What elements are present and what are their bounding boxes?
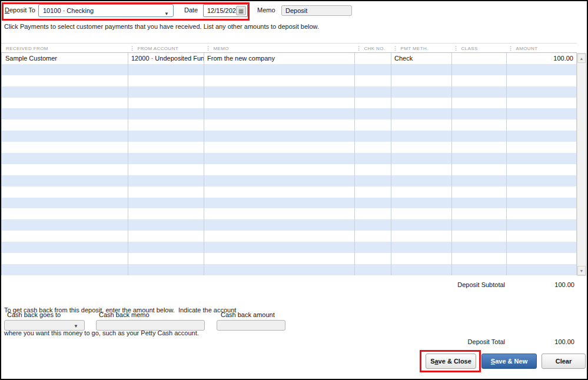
save-and-new-button[interactable]: Save & New — [481, 354, 537, 369]
date-input[interactable]: 12/15/2024 ▦ — [203, 4, 248, 17]
table-row[interactable] — [1, 98, 577, 109]
cell-chk_no[interactable] — [355, 64, 391, 75]
cell-received_from[interactable] — [1, 264, 128, 275]
cell-from_account[interactable] — [128, 142, 204, 153]
cell-chk_no[interactable] — [355, 231, 391, 242]
cell-received_from[interactable] — [1, 142, 128, 153]
cell-amount[interactable] — [507, 98, 577, 109]
cell-memo[interactable] — [204, 86, 355, 98]
cell-pmt_meth[interactable] — [391, 219, 452, 231]
cell-from_account[interactable] — [128, 219, 204, 231]
cell-memo[interactable] — [204, 198, 355, 209]
cash-back-amount-input[interactable] — [217, 320, 285, 331]
cell-received_from[interactable] — [1, 198, 128, 209]
cell-class[interactable] — [452, 75, 507, 86]
cell-amount[interactable] — [507, 242, 577, 253]
cell-received_from[interactable] — [1, 219, 128, 231]
cash-back-goes-to-dropdown[interactable]: ▼ — [4, 320, 85, 331]
cell-chk_no[interactable] — [355, 153, 391, 164]
cell-from_account[interactable] — [128, 108, 204, 119]
cell-amount[interactable] — [507, 153, 577, 164]
cell-memo[interactable] — [204, 231, 355, 242]
cell-received_from[interactable]: Sample Customer — [1, 53, 128, 64]
cell-received_from[interactable] — [1, 231, 128, 242]
cell-from_account[interactable] — [128, 86, 204, 98]
cell-class[interactable] — [452, 119, 507, 131]
cell-amount[interactable] — [507, 108, 577, 119]
table-row[interactable]: Sample Customer12000 · Undeposited Fun..… — [1, 53, 577, 64]
cell-memo[interactable] — [204, 164, 355, 175]
cell-amount[interactable]: 100.00 — [507, 53, 577, 64]
cell-received_from[interactable] — [1, 208, 128, 219]
cell-received_from[interactable] — [1, 131, 128, 142]
table-row[interactable] — [1, 119, 577, 131]
cell-chk_no[interactable] — [355, 53, 391, 64]
table-row[interactable] — [1, 219, 577, 231]
column-header-from-account[interactable]: ⋮FROM ACCOUNT — [128, 44, 204, 52]
cell-amount[interactable] — [507, 231, 577, 242]
cell-amount[interactable] — [507, 164, 577, 175]
cell-from_account[interactable] — [128, 231, 204, 242]
table-row[interactable] — [1, 175, 577, 186]
cell-pmt_meth[interactable] — [391, 86, 452, 98]
cell-class[interactable] — [452, 64, 507, 75]
cell-chk_no[interactable] — [355, 242, 391, 253]
cell-pmt_meth[interactable] — [391, 186, 452, 198]
table-row[interactable] — [1, 208, 577, 219]
table-row[interactable] — [1, 108, 577, 119]
cell-pmt_meth[interactable]: Check — [391, 53, 452, 64]
cell-from_account[interactable] — [128, 64, 204, 75]
cell-pmt_meth[interactable] — [391, 64, 452, 75]
calendar-icon[interactable]: ▦ — [236, 6, 246, 15]
cell-class[interactable] — [452, 86, 507, 98]
table-row[interactable] — [1, 75, 577, 86]
cell-chk_no[interactable] — [355, 108, 391, 119]
cell-received_from[interactable] — [1, 98, 128, 109]
clear-button[interactable]: Clear — [542, 354, 586, 369]
cell-amount[interactable] — [507, 142, 577, 153]
cell-chk_no[interactable] — [355, 86, 391, 98]
memo-input[interactable]: Deposit — [281, 5, 352, 16]
cell-chk_no[interactable] — [355, 75, 391, 86]
cell-pmt_meth[interactable] — [391, 131, 452, 142]
scroll-down-icon[interactable]: ▼ — [577, 266, 586, 275]
cell-pmt_meth[interactable] — [391, 119, 452, 131]
cell-pmt_meth[interactable] — [391, 208, 452, 219]
cash-back-memo-input[interactable] — [96, 320, 205, 331]
cell-from_account[interactable] — [128, 253, 204, 264]
cell-memo[interactable] — [204, 108, 355, 119]
cell-memo[interactable] — [204, 264, 355, 275]
cell-chk_no[interactable] — [355, 175, 391, 186]
cell-pmt_meth[interactable] — [391, 142, 452, 153]
column-header-chk-no[interactable]: ⋮CHK NO. — [355, 44, 391, 52]
table-row[interactable] — [1, 242, 577, 253]
cell-pmt_meth[interactable] — [391, 153, 452, 164]
cell-chk_no[interactable] — [355, 208, 391, 219]
save-and-close-button[interactable]: Save & Close — [426, 354, 476, 369]
cell-amount[interactable] — [507, 264, 577, 275]
table-row[interactable] — [1, 198, 577, 209]
table-row[interactable] — [1, 142, 577, 153]
cell-memo[interactable] — [204, 186, 355, 198]
cell-class[interactable] — [452, 164, 507, 175]
table-row[interactable] — [1, 186, 577, 198]
cell-chk_no[interactable] — [355, 219, 391, 231]
cell-chk_no[interactable] — [355, 198, 391, 209]
cell-memo[interactable]: From the new company — [204, 53, 355, 64]
cell-chk_no[interactable] — [355, 131, 391, 142]
cell-chk_no[interactable] — [355, 164, 391, 175]
cell-amount[interactable] — [507, 119, 577, 131]
column-header-received-from[interactable]: RECEIVED FROM — [1, 44, 128, 52]
cell-pmt_meth[interactable] — [391, 75, 452, 86]
cell-received_from[interactable] — [1, 75, 128, 86]
cell-from_account[interactable] — [128, 208, 204, 219]
cell-class[interactable] — [452, 142, 507, 153]
cell-received_from[interactable] — [1, 108, 128, 119]
cell-class[interactable] — [452, 242, 507, 253]
table-row[interactable] — [1, 131, 577, 142]
cell-received_from[interactable] — [1, 164, 128, 175]
cell-class[interactable] — [452, 153, 507, 164]
cell-class[interactable] — [452, 53, 507, 64]
table-scrollbar[interactable]: ▲ ▼ — [577, 53, 586, 276]
cell-class[interactable] — [452, 253, 507, 264]
